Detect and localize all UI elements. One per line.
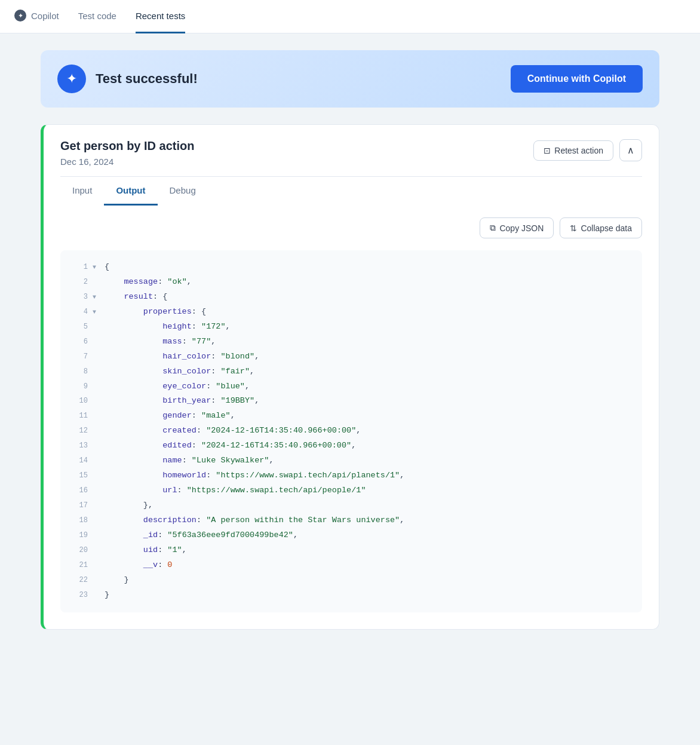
- code-line: 6 mass: "77",: [60, 335, 642, 349]
- tab-input[interactable]: Input: [60, 177, 104, 206]
- code-line: 13 edited: "2024-12-16T14:35:40.966+00:0…: [60, 439, 642, 453]
- code-line: 18 description: "A person within the Sta…: [60, 513, 642, 528]
- tabs-container: Input Output Debug: [60, 176, 642, 206]
- copy-json-label: Copy JSON: [499, 223, 544, 233]
- code-line: 5 height: "172",: [60, 320, 642, 335]
- retest-action-button[interactable]: ⊡ Retest action: [533, 140, 613, 161]
- code-line: 16 url: "https://www.swapi.tech/api/peop…: [60, 483, 642, 498]
- code-line: 17 },: [60, 498, 642, 513]
- json-toolbar: ⧉ Copy JSON ⇅ Collapse data: [60, 217, 642, 238]
- collapse-icon: ⇅: [570, 223, 577, 233]
- code-line: 14 name: "Luke Skywalker",: [60, 453, 642, 468]
- code-line: 19 _id: "5f63a36eee9fd7000499be42",: [60, 528, 642, 543]
- success-icon: ✦: [57, 65, 86, 93]
- test-actions: ⊡ Retest action ∧: [533, 139, 642, 161]
- test-card: Get person by ID action Dec 16, 2024 ⊡ R…: [41, 124, 659, 630]
- retest-icon: ⊡: [544, 146, 551, 155]
- collapse-data-button[interactable]: ⇅ Collapse data: [560, 217, 642, 238]
- tabs: Input Output Debug: [60, 177, 642, 206]
- nav-label-test-code: Test code: [78, 11, 116, 21]
- code-line: 3 ▼ result: {: [60, 290, 642, 305]
- tab-debug[interactable]: Debug: [158, 177, 208, 206]
- json-code-block: 1 ▼ { 2 message: "ok", 3 ▼ result: {: [60, 250, 642, 612]
- chevron-up-icon: ∧: [627, 145, 634, 155]
- success-banner: ✦ Test successful! Continue with Copilot: [41, 50, 659, 108]
- code-line: 9 eye_color: "blue",: [60, 379, 642, 394]
- code-line: 12 created: "2024-12-16T14:35:40.966+00:…: [60, 424, 642, 439]
- json-output-area: ⧉ Copy JSON ⇅ Collapse data 1 ▼ { 2: [44, 206, 659, 629]
- code-line: 15 homeworld: "https://www.swapi.tech/ap…: [60, 468, 642, 483]
- test-date: Dec 16, 2024: [60, 157, 194, 167]
- code-line: 8 skin_color: "fair",: [60, 364, 642, 379]
- nav-label-copilot: Copilot: [31, 11, 59, 21]
- code-line: 1 ▼ {: [60, 260, 642, 275]
- code-line: 10 birth_year: "19BBY",: [60, 394, 642, 409]
- success-left: ✦ Test successful!: [57, 65, 198, 93]
- test-title: Get person by ID action: [60, 139, 194, 153]
- main-content: ✦ Test successful! Continue with Copilot…: [22, 33, 678, 646]
- collapse-data-label: Collapse data: [581, 223, 632, 233]
- code-line: 23 }: [60, 588, 642, 603]
- code-line: 22 }: [60, 573, 642, 588]
- copy-icon: ⧉: [490, 223, 496, 233]
- nav-item-recent-tests[interactable]: Recent tests: [136, 0, 185, 33]
- code-line: 7 hair_color: "blond",: [60, 349, 642, 364]
- test-info: Get person by ID action Dec 16, 2024: [60, 139, 194, 167]
- tab-output[interactable]: Output: [104, 177, 157, 206]
- success-message: Test successful!: [96, 71, 198, 87]
- retest-label: Retest action: [554, 146, 603, 155]
- code-line: 21 __v: 0: [60, 558, 642, 573]
- code-line: 2 message: "ok",: [60, 275, 642, 290]
- copy-json-button[interactable]: ⧉ Copy JSON: [480, 217, 554, 238]
- code-line: 11 gender: "male",: [60, 409, 642, 424]
- top-navigation: ✦ Copilot Test code Recent tests: [0, 0, 700, 33]
- copilot-icon: ✦: [14, 10, 26, 22]
- nav-label-recent-tests: Recent tests: [136, 11, 185, 21]
- test-card-header: Get person by ID action Dec 16, 2024 ⊡ R…: [44, 125, 659, 176]
- nav-item-copilot[interactable]: ✦ Copilot: [14, 0, 59, 34]
- code-line: 4 ▼ properties: {: [60, 305, 642, 320]
- continue-with-copilot-button[interactable]: Continue with Copilot: [511, 65, 643, 93]
- collapse-button[interactable]: ∧: [619, 139, 642, 161]
- nav-item-test-code[interactable]: Test code: [78, 0, 116, 33]
- code-line: 20 uid: "1",: [60, 543, 642, 558]
